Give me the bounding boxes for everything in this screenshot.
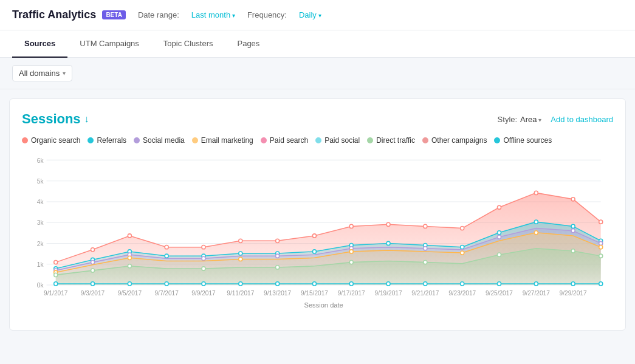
svg-text:9/9/2017: 9/9/2017 — [191, 290, 216, 297]
svg-text:9/25/2017: 9/25/2017 — [486, 290, 513, 297]
chart-title: Sessions — [22, 111, 89, 127]
legend-organic-label: Organic search — [31, 136, 80, 145]
svg-point-57 — [128, 256, 131, 259]
svg-point-21 — [312, 234, 316, 238]
svg-point-29 — [599, 220, 603, 224]
svg-point-16 — [128, 234, 131, 238]
svg-text:9/3/2017: 9/3/2017 — [81, 290, 105, 297]
filter-bar: All domains — [0, 58, 635, 89]
svg-text:9/7/2017: 9/7/2017 — [154, 290, 179, 297]
svg-text:9/5/2017: 9/5/2017 — [118, 290, 142, 297]
tab-utm[interactable]: UTM Campaigns — [67, 30, 151, 58]
frequency-selector[interactable]: Daily — [299, 10, 321, 19]
svg-point-62 — [599, 246, 603, 249]
date-range-label: Date range: — [138, 10, 179, 19]
svg-point-83 — [424, 282, 427, 286]
svg-text:0k: 0k — [37, 282, 44, 289]
legend-other[interactable]: Other campaigns — [422, 136, 487, 145]
svg-text:9/23/2017: 9/23/2017 — [448, 290, 476, 297]
svg-point-86 — [534, 282, 538, 286]
svg-point-88 — [599, 282, 603, 286]
svg-point-69 — [424, 261, 427, 264]
legend-paid-search[interactable]: Paid search — [261, 136, 308, 145]
svg-text:9/27/2017: 9/27/2017 — [523, 290, 550, 297]
svg-point-47 — [91, 261, 95, 264]
svg-point-18 — [202, 246, 205, 249]
svg-point-35 — [239, 252, 242, 255]
svg-text:9/21/2017: 9/21/2017 — [411, 290, 439, 297]
svg-point-72 — [599, 254, 603, 258]
svg-point-53 — [497, 235, 501, 239]
svg-text:3k: 3k — [37, 219, 44, 226]
svg-point-55 — [599, 241, 603, 245]
svg-point-81 — [349, 282, 353, 286]
svg-point-44 — [571, 224, 575, 228]
svg-text:9/29/2017: 9/29/2017 — [560, 290, 587, 297]
svg-point-17 — [165, 246, 168, 249]
svg-point-25 — [461, 226, 464, 230]
legend-referrals-label: Referrals — [97, 136, 126, 145]
chart-svg: 0k 1k 2k 3k 4k 5k 6k — [22, 154, 613, 318]
tab-pages[interactable]: Pages — [225, 30, 272, 58]
nav-tabs: Sources UTM Campaigns Topic Clusters Pag… — [0, 30, 635, 58]
svg-point-43 — [534, 220, 538, 224]
svg-point-64 — [91, 269, 95, 272]
svg-point-74 — [91, 282, 95, 286]
domain-selector[interactable]: All domains — [12, 65, 72, 81]
svg-point-23 — [386, 222, 390, 226]
add-to-dashboard-button[interactable]: Add to dashboard — [551, 115, 613, 124]
svg-point-26 — [497, 205, 501, 209]
svg-point-75 — [128, 282, 131, 286]
legend-other-label: Other campaigns — [431, 136, 487, 145]
svg-point-52 — [424, 247, 427, 250]
top-bar: Traffic Analytics BETA Date range: Last … — [0, 0, 635, 30]
style-label: Style: — [498, 115, 518, 124]
x-axis-title: Session date — [304, 301, 343, 309]
svg-point-77 — [202, 282, 205, 286]
legend-referrals[interactable]: Referrals — [88, 136, 126, 145]
legend-social-label: Social media — [143, 136, 185, 145]
svg-point-67 — [276, 266, 280, 269]
chart-header: Sessions Style: Area Add to dashboard — [22, 111, 613, 127]
svg-point-78 — [239, 282, 242, 286]
svg-point-28 — [571, 197, 575, 201]
svg-point-20 — [276, 239, 280, 242]
legend-email-label: Email marketing — [201, 136, 253, 145]
svg-point-80 — [312, 282, 316, 286]
svg-point-61 — [534, 231, 538, 235]
legend-direct[interactable]: Direct traffic — [367, 136, 415, 145]
beta-badge: BETA — [102, 10, 125, 19]
svg-point-65 — [128, 264, 131, 268]
svg-point-49 — [202, 256, 205, 260]
svg-text:9/11/2017: 9/11/2017 — [227, 290, 254, 297]
legend-paid-search-label: Paid search — [270, 136, 308, 145]
tab-topic[interactable]: Topic Clusters — [151, 30, 225, 58]
svg-point-15 — [91, 248, 95, 252]
legend-paid-social[interactable]: Paid social — [315, 136, 360, 145]
svg-text:9/1/2017: 9/1/2017 — [44, 290, 68, 297]
svg-point-54 — [571, 229, 575, 233]
style-value[interactable]: Area — [520, 115, 541, 124]
legend-social[interactable]: Social media — [134, 136, 185, 145]
svg-point-27 — [534, 191, 538, 194]
svg-point-33 — [165, 254, 168, 258]
svg-text:6k: 6k — [37, 157, 44, 163]
svg-text:9/13/2017: 9/13/2017 — [264, 290, 291, 297]
tab-sources[interactable]: Sources — [12, 30, 67, 58]
svg-point-50 — [276, 254, 280, 258]
legend-offline-label: Offline sources — [503, 136, 552, 145]
svg-point-60 — [461, 251, 464, 255]
svg-point-85 — [497, 282, 501, 286]
legend-offline[interactable]: Offline sources — [494, 136, 552, 145]
svg-point-58 — [239, 257, 242, 261]
top-controls: Date range: Last month Frequency: Daily — [138, 10, 321, 19]
legend-organic[interactable]: Organic search — [22, 136, 80, 145]
domain-label: All domains — [19, 69, 60, 78]
svg-point-66 — [202, 267, 205, 270]
svg-text:2k: 2k — [37, 241, 44, 247]
date-range-selector[interactable]: Last month — [191, 10, 235, 19]
svg-text:4k: 4k — [37, 199, 44, 205]
svg-point-87 — [571, 282, 575, 286]
app-title: Traffic Analytics — [12, 9, 96, 21]
legend-email[interactable]: Email marketing — [192, 136, 253, 145]
